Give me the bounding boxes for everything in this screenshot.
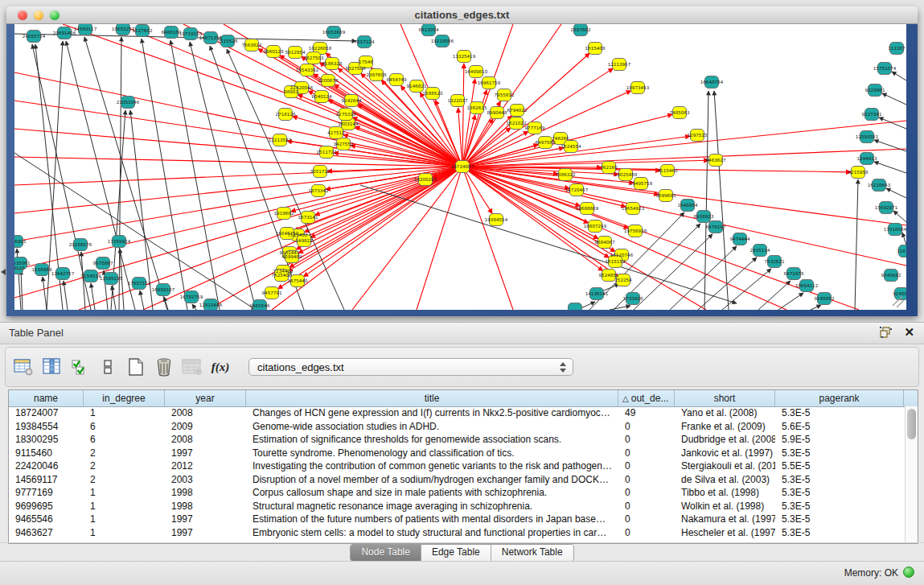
table-cell[interactable]: 5.3E-5 (775, 486, 904, 500)
table-cell[interactable]: Hescheler et al. (1997) (675, 526, 775, 540)
black-citation-edge[interactable] (758, 281, 791, 310)
black-citation-edge[interactable] (892, 72, 906, 80)
table-cell[interactable]: Corpus callosum shape and size in male p… (246, 486, 618, 500)
row-height-icon[interactable] (97, 356, 118, 377)
black-citation-edge[interactable] (902, 233, 906, 245)
red-citation-edge[interactable] (303, 167, 462, 277)
column-settings-icon[interactable] (41, 356, 62, 377)
table-cell[interactable]: Nakamura et al. (1997) (675, 513, 775, 526)
table-cell[interactable]: 1 (84, 513, 165, 526)
table-cell[interactable]: 5.9E-5 (775, 433, 904, 447)
black-citation-edge[interactable] (192, 304, 196, 310)
column-header-short[interactable]: short (675, 390, 775, 406)
table-cell[interactable]: Stergiakouli et al. (2012) (675, 459, 775, 473)
close-panel-icon[interactable]: ✕ (904, 325, 914, 340)
black-citation-edge[interactable] (882, 93, 906, 105)
table-selector-dropdown[interactable]: citations_edges.txt (248, 358, 573, 376)
table-cell[interactable]: 0 (618, 433, 675, 447)
table-row[interactable]: 946362711997Embryonic stem cells: a mode… (9, 526, 906, 540)
table-cell[interactable]: Tibbo et al. (1998) (675, 486, 775, 500)
table-cell[interactable]: 2012 (165, 459, 246, 473)
graph-node[interactable] (569, 303, 582, 311)
delete-table-icon[interactable] (154, 356, 175, 377)
black-citation-edge[interactable] (604, 284, 619, 290)
table-cell[interactable]: 2003 (165, 473, 246, 487)
table-cell[interactable]: 1997 (165, 447, 246, 460)
table-cell[interactable]: Disruption of a novel member of a sodium… (246, 473, 618, 487)
table-cell[interactable]: 19384554 (9, 420, 84, 434)
black-citation-edge[interactable] (811, 305, 821, 310)
red-citation-edge[interactable] (278, 167, 462, 289)
red-citation-edge[interactable] (298, 167, 462, 253)
black-citation-edge[interactable] (855, 179, 858, 310)
table-row[interactable]: 1872400712008Changes of HCN gene express… (9, 406, 906, 420)
table-cell[interactable]: 0 (618, 486, 675, 500)
red-citation-edge[interactable] (304, 167, 462, 233)
table-cell[interactable]: 18724007 (9, 406, 84, 420)
black-citation-edge[interactable] (91, 283, 95, 310)
table-cell[interactable]: 0 (618, 447, 675, 460)
tab-node-table[interactable]: Node Table (351, 545, 421, 561)
table-cell[interactable]: 14569117 (9, 473, 84, 487)
black-citation-edge[interactable] (140, 290, 144, 310)
table-cell[interactable]: 5.5E-5 (775, 459, 904, 473)
new-table-icon[interactable] (125, 356, 146, 377)
table-body[interactable]: 1872400712008Changes of HCN gene express… (9, 406, 906, 543)
network-window-titlebar[interactable]: citations_edges.txt (6, 6, 918, 24)
table-cell[interactable]: Yano et al. (2008) (675, 406, 775, 420)
table-cell[interactable]: 2009 (165, 420, 246, 434)
table-cell[interactable]: 5.3E-5 (775, 473, 904, 487)
table-cell[interactable]: Wolkin et al. (1998) (675, 500, 775, 513)
table-cell[interactable]: 5.3E-5 (775, 447, 904, 460)
select-columns-icon[interactable] (69, 356, 90, 377)
table-cell[interactable]: 0 (618, 420, 675, 434)
black-citation-edge[interactable] (778, 293, 803, 310)
column-header-title[interactable]: title (246, 390, 618, 406)
red-citation-edge[interactable] (310, 167, 462, 237)
table-cell[interactable]: 0 (618, 473, 675, 487)
memory-status-icon[interactable] (903, 566, 914, 578)
table-scrollbar[interactable] (905, 406, 918, 543)
table-cell[interactable]: 5.3E-5 (775, 526, 904, 540)
table-cell[interactable]: 1 (84, 526, 165, 540)
table-cell[interactable]: Jankovic et al. (1997) (675, 447, 775, 460)
column-header-out_de[interactable]: △out_de... (618, 390, 675, 406)
table-row[interactable]: 946554611997Estimation of the future num… (9, 513, 906, 526)
table-cell[interactable]: Investigating the contribution of common… (246, 459, 618, 473)
red-citation-edge[interactable] (462, 64, 464, 167)
table-row[interactable]: 977716911998Corpus callosum shape and si… (9, 486, 906, 500)
table-cell[interactable]: 2 (84, 473, 165, 487)
table-row[interactable]: 1938455462009Genome-wide association stu… (9, 420, 906, 434)
table-cell[interactable]: 2008 (165, 406, 246, 420)
table-cell[interactable]: Estimation of the future numbers of pati… (246, 513, 618, 526)
table-cell[interactable]: 49 (618, 406, 675, 420)
table-cell[interactable]: Franke et al. (2009) (675, 420, 775, 434)
table-cell[interactable]: 1997 (165, 513, 246, 526)
table-cell[interactable]: 9465546 (9, 513, 84, 526)
table-cell[interactable]: 18300295 (9, 433, 84, 447)
black-citation-edge[interactable] (893, 211, 906, 222)
table-row[interactable]: 911546021997Tourette syndrome. Phenomeno… (9, 447, 906, 460)
table-cell[interactable]: 2008 (165, 433, 246, 447)
float-panel-icon[interactable] (880, 327, 892, 339)
table-row[interactable]: 2242004622012Investigating the contribut… (9, 459, 906, 473)
citation-network-graph[interactable]: 1872400776638229860128591295418226058182… (14, 24, 906, 310)
black-citation-edge[interactable] (722, 269, 771, 310)
table-cell[interactable]: 9699695 (9, 500, 84, 513)
table-cell[interactable]: Changes of HCN gene expression and I(f) … (246, 406, 618, 420)
table-cell[interactable]: de Silva et al. (2003) (675, 473, 775, 487)
table-cell[interactable]: 5.3E-5 (775, 500, 904, 513)
table-cell[interactable]: Embryonic stem cells: a model to study s… (246, 526, 618, 540)
table-cell[interactable]: 5.6E-5 (775, 420, 904, 434)
table-cell[interactable]: 2 (84, 447, 165, 460)
table-cell[interactable]: 9115460 (9, 447, 84, 460)
table-cell[interactable]: 0 (618, 513, 675, 526)
table-row[interactable]: 969969511998Structural magnetic resonanc… (9, 500, 906, 513)
tab-edge-table[interactable]: Edge Table (421, 545, 491, 561)
table-cell[interactable]: Dudbridge et al. (2008) (675, 433, 775, 447)
table-cell[interactable]: Estimation of significance thresholds fo… (246, 433, 618, 447)
table-cell[interactable]: 0 (618, 459, 675, 473)
table-cell[interactable]: 5.3E-5 (775, 406, 904, 420)
table-cell[interactable]: 1998 (165, 500, 246, 513)
panel-collapse-arrow-icon[interactable] (1, 269, 6, 275)
